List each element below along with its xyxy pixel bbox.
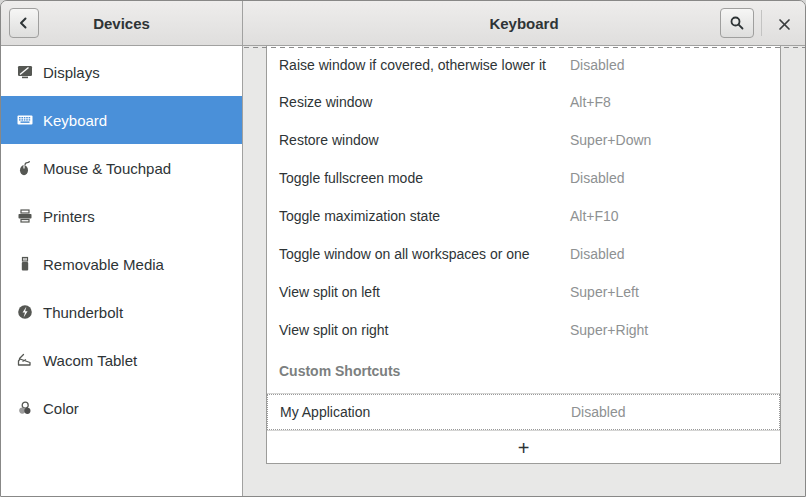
plus-icon: + — [518, 438, 530, 458]
close-icon — [777, 17, 792, 32]
shortcut-value: Disabled — [571, 404, 625, 420]
shortcut-row-view-split-left[interactable]: View split on left Super+Left — [267, 273, 780, 311]
sidebar-item-removable-media[interactable]: Removable Media — [1, 240, 242, 288]
sidebar-item-thunderbolt[interactable]: Thunderbolt — [1, 288, 242, 336]
back-button[interactable] — [9, 8, 39, 38]
sidebar-item-label: Mouse & Touchpad — [43, 160, 171, 177]
header-separator — [761, 10, 762, 36]
add-custom-shortcut-button[interactable]: + — [267, 431, 780, 464]
shortcut-label: Toggle maximization state — [279, 208, 440, 224]
printer-icon — [17, 208, 33, 224]
color-circles-icon — [17, 400, 33, 416]
shortcut-value: Super+Down — [570, 132, 651, 148]
headerbar-right-pane: Keyboard — [243, 1, 805, 45]
shortcut-value: Alt+F8 — [570, 94, 611, 110]
usb-stick-icon — [17, 256, 33, 272]
sidebar-item-keyboard[interactable]: Keyboard — [1, 96, 242, 144]
shortcut-row-toggle-workspaces[interactable]: Toggle window on all workspaces or one D… — [267, 235, 780, 273]
shortcuts-list: Raise window if covered, otherwise lower… — [266, 46, 781, 464]
search-button[interactable] — [720, 8, 754, 38]
shortcut-label: Raise window if covered, otherwise lower… — [279, 57, 546, 73]
sidebar-item-label: Wacom Tablet — [43, 352, 137, 369]
shortcut-label: My Application — [280, 404, 370, 420]
shortcut-value: Disabled — [570, 170, 624, 186]
sidebar-item-label: Keyboard — [43, 112, 107, 129]
section-title: Custom Shortcuts — [279, 363, 400, 379]
shortcut-row-resize-window[interactable]: Resize window Alt+F8 — [267, 83, 780, 121]
sidebar-item-wacom-tablet[interactable]: Wacom Tablet — [1, 336, 242, 384]
custom-shortcut-row-my-application[interactable]: My Application Disabled — [267, 394, 780, 430]
shortcut-label: Restore window — [279, 132, 379, 148]
scroll-undershoot-indicator — [244, 47, 805, 48]
thunderbolt-icon — [17, 304, 33, 320]
shortcut-value: Super+Right — [570, 322, 648, 338]
sidebar-item-displays[interactable]: Displays — [1, 48, 242, 96]
sidebar-item-mouse-touchpad[interactable]: Mouse & Touchpad — [1, 144, 242, 192]
custom-shortcuts-section-header: Custom Shortcuts — [267, 349, 780, 393]
sidebar-item-printers[interactable]: Printers — [1, 192, 242, 240]
shortcut-row-toggle-fullscreen[interactable]: Toggle fullscreen mode Disabled — [267, 159, 780, 197]
sidebar-item-label: Color — [43, 400, 79, 417]
mouse-icon — [17, 160, 33, 176]
keyboard-shortcuts-panel: Raise window if covered, otherwise lower… — [243, 46, 805, 496]
sidebar-item-label: Printers — [43, 208, 95, 225]
shortcut-value: Alt+F10 — [570, 208, 619, 224]
shortcut-row-restore-window[interactable]: Restore window Super+Down — [267, 121, 780, 159]
sidebar-item-label: Removable Media — [43, 256, 164, 273]
shortcut-value: Disabled — [570, 57, 624, 73]
keyboard-icon — [17, 112, 33, 128]
shortcut-label: View split on left — [279, 284, 380, 300]
headerbar: Devices Keyboard — [1, 1, 805, 46]
tablet-icon — [17, 352, 33, 368]
display-icon — [17, 64, 33, 80]
chevron-left-icon — [16, 15, 32, 31]
shortcut-row-view-split-right[interactable]: View split on right Super+Right — [267, 311, 780, 349]
sidebar-item-label: Thunderbolt — [43, 304, 123, 321]
devices-sidebar: Displays Keyboard Mouse & Touchpad Print… — [1, 46, 243, 496]
sidebar-item-color[interactable]: Color — [1, 384, 242, 432]
search-icon — [729, 15, 745, 31]
gnome-settings-window: Devices Keyboard Displays — [0, 0, 806, 497]
headerbar-left-pane: Devices — [1, 1, 243, 45]
shortcut-label: Toggle window on all workspaces or one — [279, 246, 530, 262]
shortcut-label: Toggle fullscreen mode — [279, 170, 423, 186]
shortcut-row-raise-window[interactable]: Raise window if covered, otherwise lower… — [267, 46, 780, 83]
sidebar-item-label: Displays — [43, 64, 100, 81]
shortcut-row-toggle-maximization[interactable]: Toggle maximization state Alt+F10 — [267, 197, 780, 235]
close-button[interactable] — [771, 11, 797, 37]
shortcut-value: Super+Left — [570, 284, 639, 300]
shortcut-value: Disabled — [570, 246, 624, 262]
shortcut-label: View split on right — [279, 322, 388, 338]
shortcut-label: Resize window — [279, 94, 372, 110]
